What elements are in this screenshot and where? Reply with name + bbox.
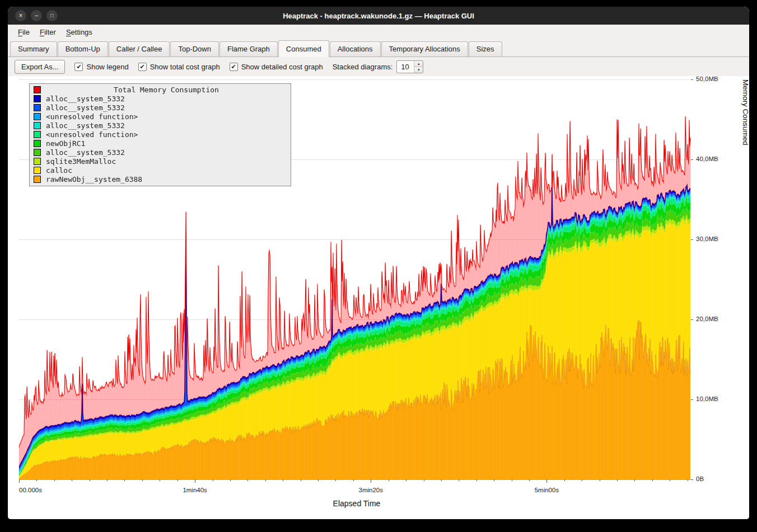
- legend-swatch: [34, 167, 41, 174]
- spinbox-value: 10: [397, 61, 414, 73]
- legend-item: alloc__system_5332: [30, 94, 291, 103]
- legend-swatch: [34, 131, 41, 138]
- app-window: × − □ Heaptrack - heaptrack.wakunode.1.g…: [8, 7, 749, 519]
- tab-bottom-up[interactable]: Bottom-Up: [58, 41, 108, 57]
- y-axis-tick-label: 10,0MB: [696, 396, 718, 402]
- legend-item: alloc__system_5332: [30, 121, 291, 130]
- tab-top-down[interactable]: Top-Down: [170, 41, 219, 57]
- y-axis-tick-label: 0B: [696, 475, 704, 482]
- legend-swatch-total: [34, 86, 41, 93]
- checkbox-check-icon: ✔: [138, 63, 147, 71]
- menu-filter[interactable]: Filter: [35, 26, 61, 39]
- checkbox-show-total-cost-graph[interactable]: ✔Show total cost graph: [138, 63, 220, 71]
- legend-item: alloc__system_5332: [30, 103, 291, 112]
- legend-item-label: alloc__system_5332: [46, 121, 125, 130]
- stacked-diagrams-label: Stacked diagrams:: [333, 63, 393, 71]
- legend-swatch: [34, 113, 41, 120]
- stacked-diagrams-group: Stacked diagrams: 10 ▴ ▾: [333, 60, 424, 73]
- checkbox-label: Show legend: [86, 63, 128, 71]
- screen-background: × − □ Heaptrack - heaptrack.wakunode.1.g…: [0, 0, 757, 532]
- legend-item: sqlite3MemMalloc: [30, 157, 291, 166]
- spinbox-arrows: ▴ ▾: [414, 61, 423, 73]
- legend-item-label: alloc__system_5332: [46, 95, 125, 103]
- legend-swatch: [34, 176, 41, 183]
- titlebar: × − □ Heaptrack - heaptrack.wakunode.1.g…: [8, 7, 749, 25]
- legend-swatch: [34, 122, 41, 129]
- tab-caller-callee[interactable]: Caller / Callee: [109, 41, 170, 57]
- toolbar: Export As... ✔Show legend✔Show total cos…: [8, 57, 749, 76]
- stacked-diagrams-spinbox[interactable]: 10 ▴ ▾: [396, 60, 423, 73]
- legend-item-label: <unresolved function>: [46, 130, 138, 139]
- export-as-button[interactable]: Export As...: [15, 60, 65, 74]
- checkbox-label: Show detailed cost graph: [241, 63, 323, 71]
- legend-item-label: rawNewObj__system_6388: [46, 175, 142, 183]
- tab-allocations[interactable]: Allocations: [330, 41, 381, 57]
- legend-title-row: Total Memory Consumption: [30, 85, 291, 94]
- x-axis-tick-label: 1min40s: [183, 487, 207, 493]
- legend-swatch: [34, 140, 41, 147]
- y-axis-tick-label: 30,0MB: [696, 236, 718, 242]
- tab-summary[interactable]: Summary: [10, 41, 57, 57]
- toolbar-checkboxes: ✔Show legend✔Show total cost graph✔Show …: [74, 63, 323, 71]
- maximize-button[interactable]: □: [46, 10, 58, 21]
- legend-item: alloc__system_5332: [30, 148, 291, 157]
- checkbox-check-icon: ✔: [230, 63, 238, 71]
- close-icon: ×: [18, 12, 22, 19]
- legend-item-label: calloc: [46, 166, 72, 175]
- legend-item: <unresolved function>: [30, 112, 291, 121]
- legend-swatch: [34, 149, 41, 156]
- checkbox-show-legend[interactable]: ✔Show legend: [74, 63, 128, 71]
- chart-legend: Total Memory Consumptionalloc__system_53…: [29, 83, 291, 186]
- x-axis-tick-label: 5min00s: [535, 487, 559, 493]
- plot-wrap: Total Memory Consumptionalloc__system_53…: [19, 79, 749, 484]
- legend-item-label: alloc__system_5332: [46, 148, 125, 157]
- maximize-icon: □: [50, 13, 53, 18]
- y-axis-title: Memory Consumed: [741, 79, 749, 479]
- close-button[interactable]: ×: [15, 10, 26, 21]
- menubar: FileFilterSettings: [8, 25, 749, 40]
- legend-item: <unresolved function>: [30, 130, 291, 139]
- legend-swatch: [34, 158, 41, 165]
- legend-item-label: alloc__system_5332: [46, 103, 125, 112]
- checkbox-check-icon: ✔: [74, 63, 83, 71]
- legend-item: rawNewObj__system_6388: [30, 175, 291, 183]
- legend-swatch: [34, 95, 41, 102]
- spinbox-up-button[interactable]: ▴: [414, 61, 423, 67]
- minimize-button[interactable]: −: [31, 10, 42, 21]
- legend-item-label: sqlite3MemMalloc: [46, 157, 116, 166]
- legend-item: newObjRC1: [30, 139, 291, 148]
- x-axis-title: Elapsed Time: [19, 499, 694, 508]
- y-axis-tick-label: 50,0MB: [696, 76, 718, 82]
- y-axis-tick-label: 20,0MB: [696, 316, 718, 322]
- tab-sizes[interactable]: Sizes: [469, 41, 502, 57]
- menu-settings[interactable]: Settings: [61, 26, 97, 39]
- checkbox-label: Show total cost graph: [150, 63, 220, 71]
- x-axis-tick-label: 00.000s: [19, 487, 42, 493]
- tab-consumed[interactable]: Consumed: [278, 40, 329, 57]
- tab-bar: SummaryBottom-UpCaller / CalleeTop-DownF…: [8, 40, 749, 57]
- checkbox-show-detailed-cost-graph[interactable]: ✔Show detailed cost graph: [230, 63, 323, 71]
- x-axis-tick-label: 3min20s: [359, 487, 383, 493]
- y-axis-tick-label: 40,0MB: [696, 156, 718, 162]
- legend-item-label: newObjRC1: [46, 139, 85, 148]
- window-title: Heaptrack - heaptrack.wakunode.1.gz — He…: [8, 12, 749, 20]
- legend-item-label: <unresolved function>: [46, 112, 138, 121]
- tab-flame-graph[interactable]: Flame Graph: [219, 41, 278, 57]
- window-controls: × − □: [15, 10, 58, 21]
- legend-item: calloc: [30, 166, 291, 175]
- tab-temporary-allocations[interactable]: Temporary Allocations: [381, 41, 468, 57]
- legend-swatch: [34, 104, 41, 111]
- minimize-icon: −: [34, 12, 38, 19]
- chart-area: Total Memory Consumptionalloc__system_53…: [8, 76, 749, 519]
- legend-title: Total Memory Consumption: [46, 86, 287, 94]
- spinbox-down-button[interactable]: ▾: [414, 67, 423, 73]
- menu-file[interactable]: File: [13, 26, 35, 39]
